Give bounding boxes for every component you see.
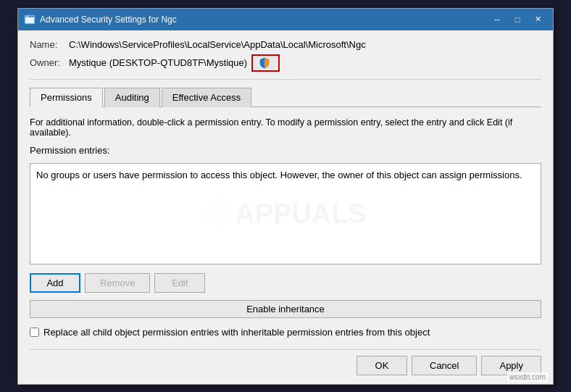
- svg-rect-1: [25, 17, 34, 23]
- minimize-button[interactable]: ─: [488, 13, 507, 26]
- svg-point-4: [28, 16, 29, 17]
- ok-button[interactable]: OK: [357, 356, 407, 375]
- tab-effective-access[interactable]: Effective Access: [162, 88, 251, 107]
- bottom-buttons: OK Cancel Apply: [30, 349, 541, 375]
- main-window: Advanced Security Settings for Ngc ─ □ ✕…: [17, 8, 554, 385]
- window-controls: ─ □ ✕: [488, 13, 547, 26]
- watermark: A APPUALS: [204, 198, 367, 229]
- owner-row: Mystique (DESKTOP-QTUD8TF\Mystique): [69, 54, 280, 72]
- replace-checkbox[interactable]: [30, 328, 39, 337]
- window-title: Advanced Security Settings for Ngc: [40, 14, 483, 25]
- tab-auditing[interactable]: Auditing: [104, 88, 160, 107]
- tab-permissions[interactable]: Permissions: [30, 88, 103, 107]
- action-buttons: Add Remove Edit: [30, 273, 541, 293]
- replace-checkbox-label[interactable]: Replace all child object permission entr…: [43, 327, 430, 338]
- tabs-container: Permissions Auditing Effective Access: [30, 87, 541, 107]
- change-button[interactable]: [251, 54, 280, 72]
- owner-label: Owner:: [30, 57, 66, 68]
- svg-point-5: [207, 202, 230, 225]
- maximize-button[interactable]: □: [508, 13, 527, 26]
- edit-button[interactable]: Edit: [154, 273, 205, 293]
- owner-value: Mystique (DESKTOP-QTUD8TF\Mystique): [69, 57, 247, 68]
- info-text: For additional information, double-click…: [30, 117, 541, 138]
- permission-entries-label: Permission entries:: [30, 145, 541, 156]
- svg-point-3: [26, 16, 28, 17]
- enable-inheritance-button[interactable]: Enable inheritance: [30, 300, 541, 318]
- divider: [30, 79, 541, 80]
- name-label: Name:: [30, 39, 66, 50]
- cancel-button[interactable]: Cancel: [412, 356, 477, 375]
- wsxcn-watermark: wsxdn.com: [507, 372, 548, 382]
- shield-icon: [259, 57, 270, 69]
- replace-checkbox-row: Replace all child object permission entr…: [30, 327, 541, 338]
- permission-box-text: No groups or users have permission to ac…: [36, 170, 522, 180]
- remove-button[interactable]: Remove: [85, 273, 150, 293]
- add-button[interactable]: Add: [30, 273, 80, 293]
- name-field-row: Name: C:\Windows\ServiceProfiles\LocalSe…: [30, 39, 541, 50]
- window-body: Name: C:\Windows\ServiceProfiles\LocalSe…: [18, 30, 553, 384]
- title-bar: Advanced Security Settings for Ngc ─ □ ✕: [18, 9, 553, 30]
- close-button[interactable]: ✕: [528, 13, 547, 26]
- svg-text:A: A: [214, 207, 224, 221]
- name-value: C:\Windows\ServiceProfiles\LocalService\…: [69, 39, 366, 50]
- watermark-icon: A: [204, 199, 233, 228]
- owner-field-row: Owner: Mystique (DESKTOP-QTUD8TF\Mystiqu…: [30, 54, 541, 72]
- permission-entries-box: No groups or users have permission to ac…: [30, 163, 541, 264]
- window-icon: [24, 14, 36, 25]
